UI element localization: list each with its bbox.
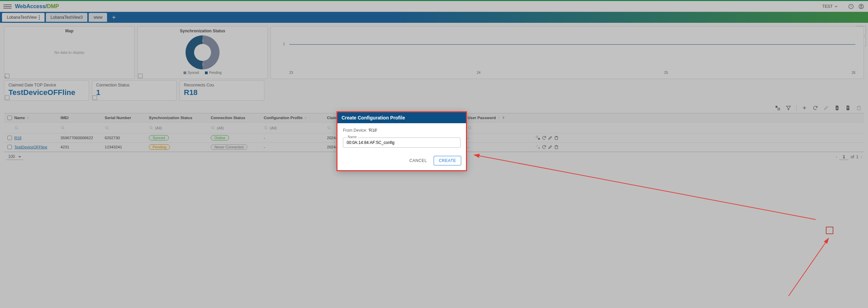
from-device-value: R18	[369, 128, 377, 133]
create-profile-modal: Create Configuration Profile From Device…	[337, 112, 466, 171]
modal-title: Create Configuration Profile	[337, 112, 466, 123]
profile-name-input[interactable]	[343, 137, 461, 148]
name-field-label: Name	[346, 135, 358, 139]
cancel-button[interactable]: CANCEL	[406, 156, 431, 165]
from-device-label: From Device:	[343, 128, 367, 133]
create-button[interactable]: CREATE	[434, 156, 461, 165]
